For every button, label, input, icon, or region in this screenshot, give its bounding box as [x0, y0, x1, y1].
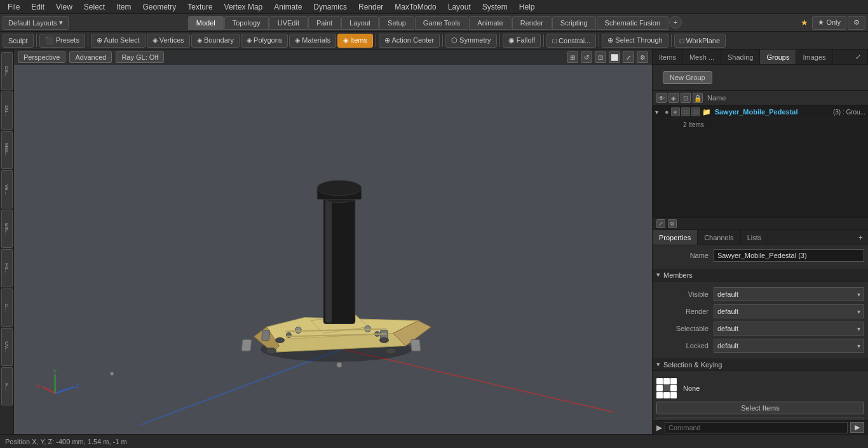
sculpt-button[interactable]: Sculpt [3, 34, 34, 48]
tab-game-tools[interactable]: Game Tools [415, 16, 469, 30]
tab-paint[interactable]: Paint [308, 16, 341, 30]
menu-geometry[interactable]: Geometry [138, 1, 182, 13]
command-input[interactable] [665, 422, 848, 433]
select-through-button[interactable]: ⊕ Select Through [602, 34, 668, 48]
tab-animate[interactable]: Animate [469, 16, 511, 30]
sidebar-item-c[interactable]: C... [1, 288, 13, 327]
new-group-button[interactable]: New Group [663, 71, 712, 84]
tab-setup[interactable]: Setup [379, 16, 414, 30]
rp-tab-images[interactable]: Images [796, 50, 832, 64]
falloff-button[interactable]: ◉ Falloff [503, 34, 541, 48]
group-vis-icon[interactable]: ◈ [671, 107, 680, 116]
sidebar-item-em[interactable]: Em... [1, 210, 13, 248]
menu-layout[interactable]: Layout [443, 1, 476, 13]
menu-maxtomodo[interactable]: MaxToModo [390, 1, 441, 13]
rp-tab-groups[interactable]: Groups [760, 50, 796, 64]
add-tab-button[interactable]: + [669, 16, 682, 29]
menu-item[interactable]: Item [111, 1, 136, 13]
icon-select[interactable]: ⊡ [681, 93, 691, 103]
group-item-main[interactable]: ▾ ● ◈ □ □ 📁 Sawyer_Mobile_Pedestal (3) :… [653, 105, 868, 119]
menu-dynamics[interactable]: Dynamics [308, 1, 352, 13]
tab-layout[interactable]: Layout [341, 16, 379, 30]
viewport-icon-rotate[interactable]: ↺ [581, 51, 592, 63]
menu-help[interactable]: Help [514, 1, 540, 13]
menu-animate[interactable]: Animate [269, 1, 307, 13]
viewport-icon-settings[interactable]: ⚙ [637, 51, 648, 63]
locked-select[interactable]: default ▾ [714, 339, 864, 353]
auto-select-button[interactable]: ⊕ Auto Select [91, 34, 146, 48]
sidebar-item-mes[interactable]: Mes... [1, 131, 13, 169]
sidebar-item-f[interactable]: F... [1, 367, 13, 405]
3d-model-view: No Items Polygons : Face Channels: 0 Def… [14, 65, 652, 431]
tab-uvedit[interactable]: UVEdit [269, 16, 308, 30]
tab-topology[interactable]: Topology [224, 16, 269, 30]
menu-file[interactable]: File [3, 1, 25, 13]
vertices-button[interactable]: ◈ Vertices [147, 34, 190, 48]
viewport-icon-grid[interactable]: ⊞ [567, 51, 578, 63]
menu-render[interactable]: Render [353, 1, 388, 13]
props-expand-icon[interactable]: ⤢ [656, 219, 665, 228]
tab-render[interactable]: Render [512, 16, 552, 30]
viewport[interactable]: Perspective Advanced Ray GL: Off ⊞ ↺ ⊡ ⬜… [14, 50, 652, 434]
materials-button[interactable]: ◈ Materials [289, 34, 336, 48]
sidebar-item-uv[interactable]: UV... [1, 328, 13, 366]
selectable-select[interactable]: default ▾ [714, 322, 864, 336]
settings-button[interactable]: ⚙ [848, 16, 865, 30]
boundary-button[interactable]: ◈ Boundary [191, 34, 240, 48]
props-tab-properties[interactable]: Properties [653, 230, 698, 245]
props-tab-channels[interactable]: Channels [698, 230, 740, 245]
icon-lock[interactable]: 🔒 [693, 93, 703, 103]
presets-button[interactable]: ⬛ Presets [39, 34, 85, 48]
selectable-label: Selectable [656, 325, 714, 332]
rp-tab-mesh[interactable]: Mesh ... [683, 50, 721, 64]
action-center-button[interactable]: ⊕ Action Center [379, 34, 440, 48]
menu-texture[interactable]: Texture [182, 1, 217, 13]
select-items-button[interactable]: Select Items [656, 402, 864, 414]
sidebar-item-de[interactable]: De... [1, 52, 13, 90]
group-sel-icon[interactable]: □ [691, 107, 700, 116]
svg-text:X: X [36, 383, 41, 390]
render-select[interactable]: default ▾ [714, 304, 864, 318]
sidebar-item-ve[interactable]: Ve... [1, 170, 13, 208]
constraints-button[interactable]: □ Constrai... [546, 34, 596, 48]
viewport-icon-frame[interactable]: ⬜ [609, 51, 620, 63]
perspective-button[interactable]: Perspective [18, 51, 65, 63]
props-settings-icon[interactable]: ⚙ [668, 219, 677, 228]
sidebar-item-du[interactable]: Du... [1, 92, 13, 130]
raygl-button[interactable]: Ray GL: Off [116, 51, 164, 63]
cmd-submit-button[interactable]: ▶ [850, 422, 864, 433]
only-button[interactable]: ★ Only [812, 16, 846, 30]
render-value: default [717, 308, 738, 315]
advanced-button[interactable]: Advanced [69, 51, 112, 63]
menu-system[interactable]: System [477, 1, 513, 13]
selection-keying-header[interactable]: ▾ Selection & Keying [653, 358, 868, 371]
icon-render[interactable]: ◈ [668, 93, 679, 103]
group-render-icon[interactable]: □ [681, 107, 690, 116]
menu-edit[interactable]: Edit [26, 1, 50, 13]
tab-scripting[interactable]: Scripting [552, 16, 596, 30]
menu-select[interactable]: Select [79, 1, 110, 13]
members-section-header[interactable]: ▾ Members [653, 269, 868, 282]
rp-tab-items[interactable]: Items [653, 50, 683, 64]
viewport-icon-reset[interactable]: ⊡ [595, 51, 606, 63]
polygons-button[interactable]: ◈ Polygons [241, 34, 288, 48]
icon-eye[interactable]: 👁 [656, 93, 667, 103]
symmetry-button[interactable]: ⬡ Symmetry [445, 34, 497, 48]
cmd-expand-icon[interactable]: ▶ [656, 423, 662, 432]
expand-arrow-icon[interactable]: ▾ [655, 109, 663, 116]
menu-view[interactable]: View [51, 1, 78, 13]
name-input[interactable] [714, 249, 864, 262]
tab-model[interactable]: Model [188, 16, 224, 30]
rp-tab-shading[interactable]: Shading [721, 50, 760, 64]
props-add-tab-button[interactable]: + [853, 233, 868, 242]
sidebar-item-po[interactable]: Po... [1, 249, 13, 287]
tab-schematic-fusion[interactable]: Schematic Fusion [597, 16, 668, 30]
props-tab-lists[interactable]: Lists [741, 230, 769, 245]
rp-expand-button[interactable]: ⤢ [849, 50, 868, 64]
visible-select[interactable]: default ▾ [714, 287, 864, 301]
viewport-icon-expand[interactable]: ⤢ [623, 51, 634, 63]
layout-selector[interactable]: Default Layouts ▾ [3, 16, 69, 30]
menu-vertex-map[interactable]: Vertex Map [219, 1, 268, 13]
items-button[interactable]: ◈ Items [337, 34, 373, 48]
workplane-button[interactable]: □ WorkPlane [674, 34, 726, 48]
